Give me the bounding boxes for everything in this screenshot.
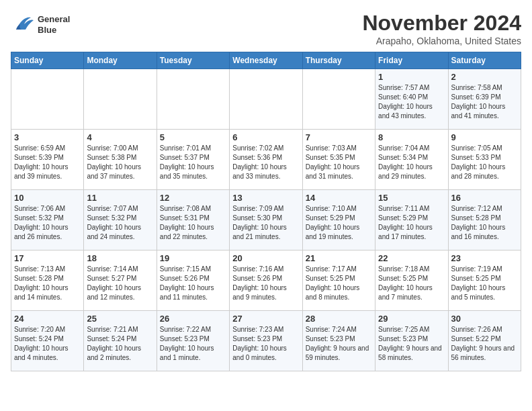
- calendar-cell: 17Sunrise: 7:13 AM Sunset: 5:28 PM Dayli…: [11, 250, 84, 311]
- calendar-cell: 5Sunrise: 7:01 AM Sunset: 5:37 PM Daylig…: [157, 130, 229, 190]
- calendar-cell: 4Sunrise: 7:00 AM Sunset: 5:38 PM Daylig…: [84, 130, 157, 190]
- day-info: Sunrise: 7:22 AM Sunset: 5:23 PM Dayligh…: [160, 325, 226, 363]
- calendar-cell: 24Sunrise: 7:20 AM Sunset: 5:24 PM Dayli…: [11, 311, 84, 371]
- calendar-cell: 30Sunrise: 7:26 AM Sunset: 5:22 PM Dayli…: [448, 311, 521, 371]
- calendar-cell: 14Sunrise: 7:10 AM Sunset: 5:29 PM Dayli…: [302, 190, 375, 250]
- day-info: Sunrise: 7:20 AM Sunset: 5:24 PM Dayligh…: [14, 325, 81, 363]
- day-number: 24: [14, 314, 81, 324]
- day-info: Sunrise: 7:17 AM Sunset: 5:25 PM Dayligh…: [306, 265, 372, 302]
- day-number: 20: [232, 253, 299, 263]
- calendar-cell: 2Sunrise: 7:58 AM Sunset: 6:39 PM Daylig…: [448, 69, 521, 130]
- calendar-cell: 3Sunrise: 6:59 AM Sunset: 5:39 PM Daylig…: [11, 130, 84, 190]
- day-number: 8: [378, 132, 445, 142]
- day-info: Sunrise: 7:09 AM Sunset: 5:30 PM Dayligh…: [232, 204, 299, 242]
- calendar-cell: 27Sunrise: 7:23 AM Sunset: 5:23 PM Dayli…: [230, 311, 302, 371]
- day-number: 22: [378, 253, 445, 263]
- weekday-header-tuesday: Tuesday: [157, 52, 229, 69]
- calendar-cell: 13Sunrise: 7:09 AM Sunset: 5:30 PM Dayli…: [230, 190, 302, 250]
- calendar-cell: 20Sunrise: 7:16 AM Sunset: 5:26 PM Dayli…: [230, 250, 302, 311]
- page-header: General Blue November 2024 Arapaho, Okla…: [11, 11, 521, 46]
- logo-icon: [11, 11, 35, 39]
- day-number: 9: [451, 132, 518, 142]
- calendar-cell: 16Sunrise: 7:12 AM Sunset: 5:28 PM Dayli…: [448, 190, 521, 250]
- weekday-header-saturday: Saturday: [448, 52, 521, 69]
- day-info: Sunrise: 7:06 AM Sunset: 5:32 PM Dayligh…: [14, 204, 81, 242]
- day-info: Sunrise: 7:03 AM Sunset: 5:35 PM Dayligh…: [306, 144, 372, 181]
- day-info: Sunrise: 7:02 AM Sunset: 5:36 PM Dayligh…: [232, 144, 299, 181]
- day-info: Sunrise: 7:01 AM Sunset: 5:37 PM Dayligh…: [160, 144, 226, 181]
- calendar-cell: 26Sunrise: 7:22 AM Sunset: 5:23 PM Dayli…: [157, 311, 229, 371]
- weekday-header-thursday: Thursday: [302, 52, 375, 69]
- day-number: 18: [87, 253, 153, 263]
- calendar-cell: 21Sunrise: 7:17 AM Sunset: 5:25 PM Dayli…: [302, 250, 375, 311]
- day-number: 16: [451, 193, 518, 203]
- day-number: 1: [378, 72, 445, 82]
- calendar-cell: 12Sunrise: 7:08 AM Sunset: 5:31 PM Dayli…: [157, 190, 229, 250]
- weekday-header-sunday: Sunday: [11, 52, 84, 69]
- day-number: 25: [87, 314, 153, 324]
- calendar-table: SundayMondayTuesdayWednesdayThursdayFrid…: [11, 52, 521, 371]
- day-number: 4: [87, 132, 153, 142]
- day-info: Sunrise: 7:08 AM Sunset: 5:31 PM Dayligh…: [160, 204, 226, 242]
- day-info: Sunrise: 7:16 AM Sunset: 5:26 PM Dayligh…: [232, 265, 299, 302]
- calendar-cell: 6Sunrise: 7:02 AM Sunset: 5:36 PM Daylig…: [230, 130, 302, 190]
- day-number: 3: [14, 132, 81, 142]
- day-info: Sunrise: 7:05 AM Sunset: 5:33 PM Dayligh…: [451, 144, 518, 181]
- calendar-cell: [11, 69, 84, 130]
- day-number: 26: [160, 314, 226, 324]
- day-info: Sunrise: 6:59 AM Sunset: 5:39 PM Dayligh…: [14, 144, 81, 181]
- calendar-cell: 18Sunrise: 7:14 AM Sunset: 5:27 PM Dayli…: [84, 250, 157, 311]
- day-info: Sunrise: 7:00 AM Sunset: 5:38 PM Dayligh…: [87, 144, 153, 181]
- weekday-header-wednesday: Wednesday: [230, 52, 302, 69]
- day-info: Sunrise: 7:19 AM Sunset: 5:25 PM Dayligh…: [451, 265, 518, 302]
- day-number: 6: [232, 132, 299, 142]
- day-info: Sunrise: 7:13 AM Sunset: 5:28 PM Dayligh…: [14, 265, 81, 302]
- calendar-cell: 10Sunrise: 7:06 AM Sunset: 5:32 PM Dayli…: [11, 190, 84, 250]
- calendar-cell: 1Sunrise: 7:57 AM Sunset: 6:40 PM Daylig…: [375, 69, 448, 130]
- day-info: Sunrise: 7:12 AM Sunset: 5:28 PM Dayligh…: [451, 204, 518, 242]
- day-number: 19: [160, 253, 226, 263]
- day-info: Sunrise: 7:25 AM Sunset: 5:23 PM Dayligh…: [378, 325, 445, 363]
- day-info: Sunrise: 7:57 AM Sunset: 6:40 PM Dayligh…: [378, 83, 445, 121]
- day-number: 27: [232, 314, 299, 324]
- day-number: 23: [451, 253, 518, 263]
- day-number: 15: [378, 193, 445, 203]
- day-number: 12: [160, 193, 226, 203]
- calendar-cell: 7Sunrise: 7:03 AM Sunset: 5:35 PM Daylig…: [302, 130, 375, 190]
- calendar-cell: 8Sunrise: 7:04 AM Sunset: 5:34 PM Daylig…: [375, 130, 448, 190]
- calendar-cell: 15Sunrise: 7:11 AM Sunset: 5:29 PM Dayli…: [375, 190, 448, 250]
- day-number: 21: [306, 253, 372, 263]
- calendar-cell: 11Sunrise: 7:07 AM Sunset: 5:32 PM Dayli…: [84, 190, 157, 250]
- calendar-cell: 19Sunrise: 7:15 AM Sunset: 5:26 PM Dayli…: [157, 250, 229, 311]
- month-title: November 2024: [362, 11, 521, 36]
- title-block: November 2024 Arapaho, Oklahoma, United …: [362, 11, 521, 46]
- day-info: Sunrise: 7:18 AM Sunset: 5:25 PM Dayligh…: [378, 265, 445, 302]
- calendar-cell: [84, 69, 157, 130]
- day-number: 29: [378, 314, 445, 324]
- day-info: Sunrise: 7:11 AM Sunset: 5:29 PM Dayligh…: [378, 204, 445, 242]
- day-number: 11: [87, 193, 153, 203]
- day-number: 17: [14, 253, 81, 263]
- calendar-cell: 22Sunrise: 7:18 AM Sunset: 5:25 PM Dayli…: [375, 250, 448, 311]
- calendar-cell: [230, 69, 302, 130]
- day-number: 5: [160, 132, 226, 142]
- calendar-cell: 28Sunrise: 7:24 AM Sunset: 5:23 PM Dayli…: [302, 311, 375, 371]
- day-info: Sunrise: 7:58 AM Sunset: 6:39 PM Dayligh…: [451, 83, 518, 121]
- weekday-header-monday: Monday: [84, 52, 157, 69]
- calendar-cell: 23Sunrise: 7:19 AM Sunset: 5:25 PM Dayli…: [448, 250, 521, 311]
- day-info: Sunrise: 7:23 AM Sunset: 5:23 PM Dayligh…: [232, 325, 299, 363]
- calendar-cell: 9Sunrise: 7:05 AM Sunset: 5:33 PM Daylig…: [448, 130, 521, 190]
- day-number: 2: [451, 72, 518, 82]
- location-subtitle: Arapaho, Oklahoma, United States: [362, 36, 521, 46]
- day-number: 14: [306, 193, 372, 203]
- calendar-cell: [302, 69, 375, 130]
- logo: General Blue: [11, 11, 70, 39]
- calendar-cell: 25Sunrise: 7:21 AM Sunset: 5:24 PM Dayli…: [84, 311, 157, 371]
- day-number: 28: [306, 314, 372, 324]
- calendar-cell: 29Sunrise: 7:25 AM Sunset: 5:23 PM Dayli…: [375, 311, 448, 371]
- logo-text: General Blue: [38, 14, 70, 35]
- weekday-header-friday: Friday: [375, 52, 448, 69]
- calendar-cell: [157, 69, 229, 130]
- day-number: 30: [451, 314, 518, 324]
- day-info: Sunrise: 7:10 AM Sunset: 5:29 PM Dayligh…: [306, 204, 372, 242]
